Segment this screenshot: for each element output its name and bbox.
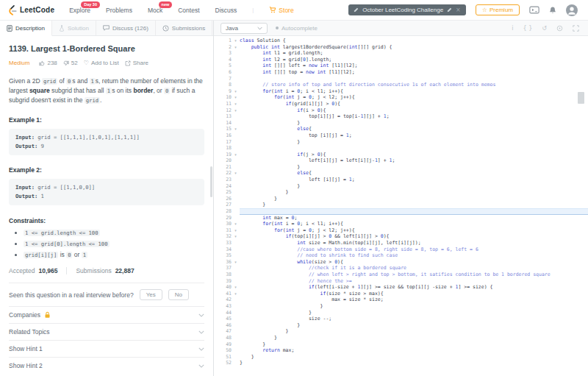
language-select[interactable]: Java: [220, 23, 268, 34]
code-line[interactable]: 5 int [][] left = new int [l1][l2];: [214, 63, 588, 69]
code-line[interactable]: 48 }: [214, 335, 588, 341]
accordion-hint-1[interactable]: Show Hint 1: [9, 340, 204, 357]
accordion-hint-2[interactable]: Show Hint 2: [9, 357, 204, 374]
like-button[interactable]: 238: [39, 60, 57, 66]
info-icon[interactable]: i: [512, 25, 513, 32]
share-button[interactable]: Share: [125, 60, 148, 66]
nav-item-store[interactable]: Store: [269, 6, 293, 14]
nav-item-contest[interactable]: Contest: [178, 7, 199, 14]
fold-arrow-icon[interactable]: ▾: [232, 221, 240, 227]
fold-arrow-icon[interactable]: ▾: [232, 227, 240, 234]
fullscreen-icon[interactable]: [573, 25, 579, 32]
code-line[interactable]: 21 }: [214, 164, 588, 171]
code-line[interactable]: 9▾ for(int i = 0; i < l1; i++){: [214, 88, 588, 95]
code-line[interactable]: 14 }: [214, 120, 588, 127]
code-line[interactable]: 10▾ for(int j = 0; j < l2; j++){: [214, 94, 588, 101]
code-line[interactable]: 15▾ else{: [214, 126, 588, 132]
code-line[interactable]: 2▾ public int largest1BorderedSquare(int…: [214, 44, 588, 51]
playground-icon[interactable]: [529, 6, 539, 14]
nav-item-discuss[interactable]: Discuss: [215, 7, 237, 14]
settings-icon[interactable]: [556, 25, 563, 32]
yes-button[interactable]: Yes: [140, 289, 162, 300]
code-line[interactable]: 50 return max;: [214, 347, 588, 354]
code-line[interactable]: 49 }: [214, 341, 588, 348]
code-line[interactable]: 32▾ if(top[i][j] > 0 && left[i][j] > 0){: [214, 233, 588, 240]
code-line[interactable]: 39 // hence the >=: [214, 278, 588, 285]
code-line[interactable]: 52}: [214, 360, 588, 366]
nav-item-explore[interactable]: Explore Day 30: [69, 7, 90, 14]
code-line[interactable]: 44 }: [214, 310, 588, 316]
nav-item-problems[interactable]: Problems: [106, 7, 132, 14]
accordion-companies[interactable]: Companies: [9, 306, 204, 323]
tab-submissions[interactable]: Submissions: [156, 21, 212, 35]
code-line[interactable]: 6 int [][] top = new int [l1][l2];: [214, 69, 588, 76]
reset-icon[interactable]: ↺: [542, 25, 547, 32]
code-area[interactable]: 1▾class Solution {2▾ public int largest1…: [214, 36, 588, 376]
code-line[interactable]: 45 size --;: [214, 316, 588, 322]
code-line[interactable]: 8 // store info of top and left directio…: [214, 82, 588, 88]
tab-solution[interactable]: Solution: [52, 21, 96, 35]
code-line[interactable]: 19▾ if(j > 0){: [214, 152, 588, 158]
code-line[interactable]: 37 //check if it is a bordered square: [214, 265, 588, 272]
fold-arrow-icon[interactable]: ▾: [232, 170, 240, 177]
fold-arrow-icon[interactable]: ▾: [232, 88, 240, 95]
code-line[interactable]: 11▾ if(grid[i][j] > 0){: [214, 101, 588, 107]
fold-arrow-icon[interactable]: ▾: [232, 259, 240, 266]
code-line[interactable]: 24 }: [214, 183, 588, 190]
code-line[interactable]: 22▾ else{: [214, 170, 588, 177]
fold-arrow-icon[interactable]: ▾: [232, 94, 240, 101]
fold-arrow-icon[interactable]: ▾: [232, 101, 240, 107]
code-line[interactable]: 47 }: [214, 328, 588, 335]
code-line[interactable]: 23 left [i][j] = 1;: [214, 177, 588, 183]
add-to-list-button[interactable]: ♡ Add to List: [84, 60, 119, 66]
code-line[interactable]: 40▾ if(left[i-size + 1][j] >= size && to…: [214, 284, 588, 291]
code-line[interactable]: 27 }: [214, 202, 588, 208]
code-line[interactable]: 25 }: [214, 189, 588, 196]
code-line[interactable]: 42 max = size * size;: [214, 297, 588, 303]
close-icon[interactable]: ×: [456, 7, 461, 13]
dislike-button[interactable]: 52: [63, 60, 78, 66]
code-line[interactable]: 13 top[i][j] = top[i-1][j] + 1;: [214, 113, 588, 120]
premium-button[interactable]: ☆ Premium: [476, 4, 520, 15]
editor-scrollbar[interactable]: [578, 92, 584, 104]
code-line[interactable]: 38 // when left > right and top > bottom…: [214, 272, 588, 278]
code-line[interactable]: 18: [214, 145, 588, 152]
code-line[interactable]: 35 // need to shrink to find such case: [214, 252, 588, 259]
code-line[interactable]: 7: [214, 76, 588, 82]
leetcode-logo[interactable]: LeetCode: [7, 4, 54, 15]
avatar[interactable]: [566, 4, 578, 16]
bell-icon[interactable]: [549, 6, 556, 15]
code-line[interactable]: 31▾ for(int j = 0; j < l2; j++){: [214, 227, 588, 234]
fold-arrow-icon[interactable]: ▾: [232, 38, 240, 44]
code-line[interactable]: 17 }: [214, 139, 588, 146]
code-line[interactable]: 36▾ while(size > 0){: [214, 259, 588, 266]
code-line[interactable]: 46 }: [214, 322, 588, 329]
code-line[interactable]: 43 }: [214, 303, 588, 310]
code-line[interactable]: 16 top [i][j] = 1;: [214, 132, 588, 139]
accordion-related-topics[interactable]: Related Topics: [9, 323, 204, 340]
fold-arrow-icon[interactable]: ▾: [232, 107, 240, 114]
no-button[interactable]: No: [168, 289, 189, 300]
code-line[interactable]: 20 left[i][j] = left[i][j-1] + 1;: [214, 157, 588, 164]
fold-arrow-icon[interactable]: ▾: [232, 233, 240, 240]
code-line[interactable]: 41▾ if(size * size > max){: [214, 291, 588, 297]
tab-description[interactable]: Description: [0, 21, 52, 36]
challenge-badge[interactable]: October LeetCoding Challenge ×: [348, 4, 466, 15]
brackets-icon[interactable]: { }: [523, 25, 533, 32]
code-line[interactable]: 34 //case where bottom side = 8, right s…: [214, 246, 588, 253]
code-line[interactable]: 3 int l1 = grid.length;: [214, 50, 588, 57]
code-line[interactable]: 4 int l2 = grid[0].length;: [214, 57, 588, 63]
tab-discuss[interactable]: Discuss (126): [96, 21, 156, 35]
code-line[interactable]: 12▾ if(i > 0){: [214, 107, 588, 114]
code-line[interactable]: 29 int max = 0;: [214, 215, 588, 221]
nav-item-mock[interactable]: Mock new: [148, 7, 162, 14]
code-line[interactable]: 28: [214, 208, 588, 215]
code-line[interactable]: 51 }: [214, 354, 588, 361]
code-line[interactable]: 1▾class Solution {: [214, 38, 588, 44]
fold-arrow-icon[interactable]: ▾: [232, 284, 240, 291]
left-panel-scrollbar[interactable]: [210, 166, 212, 197]
fold-arrow-icon[interactable]: ▾: [232, 152, 240, 158]
code-line[interactable]: 26 }: [214, 196, 588, 202]
autocomplete-toggle[interactable]: Autocomplete: [276, 25, 318, 32]
fold-arrow-icon[interactable]: ▾: [232, 126, 240, 132]
